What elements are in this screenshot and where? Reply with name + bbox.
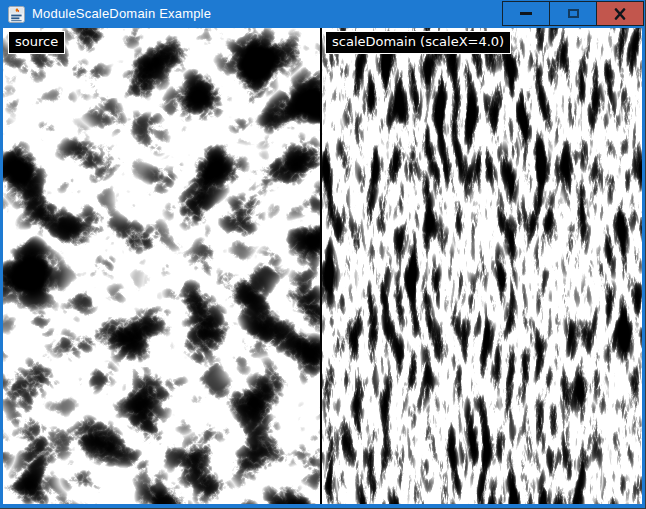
scaled-panel: scaleDomain (scaleX=4.0) <box>322 28 642 504</box>
titlebar[interactable]: ModuleScaleDomain Example <box>0 0 645 28</box>
source-panel: source <box>3 28 320 504</box>
minimize-icon <box>520 12 532 15</box>
content-area: source scaleDomain (scaleX=4.0) <box>3 28 642 504</box>
close-button[interactable] <box>596 1 644 26</box>
scaled-panel-label: scaleDomain (scaleX=4.0) <box>325 31 511 54</box>
minimize-button[interactable] <box>502 1 550 26</box>
application-window: ModuleScaleDomain Example source scaleDo… <box>0 0 646 509</box>
maximize-button[interactable] <box>549 1 597 26</box>
java-application-icon <box>8 6 25 23</box>
source-panel-label: source <box>8 31 65 54</box>
source-noise-canvas <box>3 28 320 504</box>
scaled-noise-canvas <box>322 28 642 504</box>
close-icon <box>614 8 626 20</box>
maximize-icon <box>568 9 579 18</box>
window-title: ModuleScaleDomain Example <box>32 0 211 28</box>
window-controls <box>503 1 644 26</box>
